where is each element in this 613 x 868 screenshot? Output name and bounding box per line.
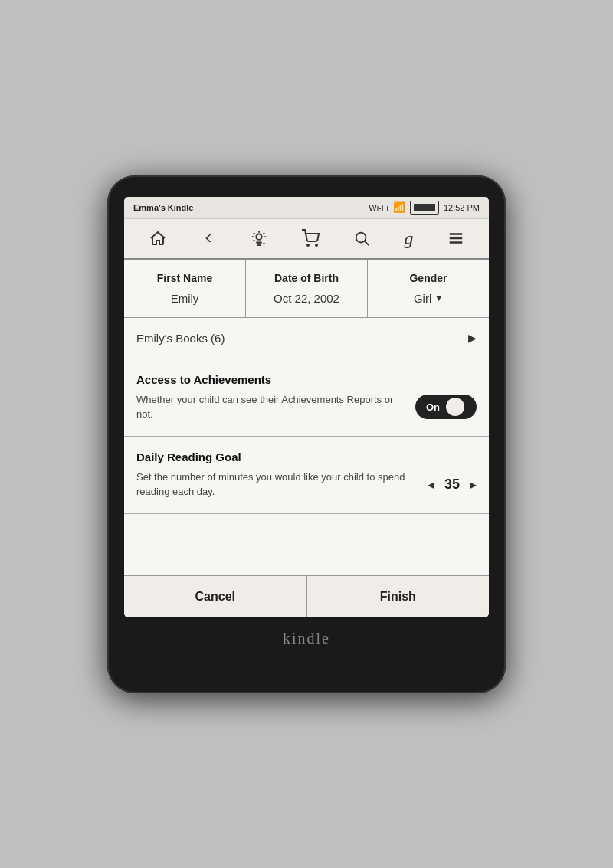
back-icon[interactable]	[201, 229, 216, 247]
cart-icon[interactable]	[301, 229, 320, 247]
reading-goal-section: Daily Reading Goal Set the number of min…	[124, 437, 489, 514]
content-spacer	[124, 514, 489, 575]
reading-goal-stepper: ◂ 35 ▸	[428, 477, 477, 493]
reading-goal-description: Set the number of minutes you would like…	[136, 470, 418, 500]
dob-label: Date of Birth	[255, 272, 358, 284]
achievements-description: Whether your child can see their Achieve…	[136, 392, 406, 422]
device-name: Emma's Kindle	[133, 203, 193, 212]
stepper-value: 35	[441, 477, 463, 493]
svg-point-2	[316, 244, 317, 246]
status-bar: Emma's Kindle Wi-Fi 📶 12:52 PM	[124, 197, 489, 219]
bottom-buttons: Cancel Finish	[124, 575, 489, 617]
achievements-toggle[interactable]: On	[415, 395, 477, 419]
svg-point-3	[356, 233, 366, 243]
status-right: Wi-Fi 📶 12:52 PM	[369, 201, 480, 215]
dropdown-arrow-icon: ▼	[434, 293, 443, 303]
wifi-icon: 📶	[393, 201, 405, 213]
stepper-decrement-button[interactable]: ◂	[428, 477, 434, 492]
reading-goal-title: Daily Reading Goal	[136, 450, 477, 463]
kindle-brand-label: kindle	[124, 630, 489, 647]
toggle-circle	[446, 398, 464, 416]
time-display: 12:52 PM	[444, 203, 480, 212]
gender-cell[interactable]: Gender Girl ▼	[368, 260, 489, 317]
stepper-increment-button[interactable]: ▸	[470, 477, 477, 492]
toggle-on-label: On	[420, 398, 446, 416]
menu-icon[interactable]	[447, 229, 464, 247]
first-name-value: Emily	[133, 292, 236, 305]
gender-label: Gender	[377, 272, 480, 284]
device-screen: Emma's Kindle Wi-Fi 📶 12:52 PM	[124, 197, 489, 617]
dob-value: Oct 22, 2002	[255, 292, 358, 305]
books-section[interactable]: Emily's Books (6) ▶	[124, 318, 489, 359]
books-arrow-icon: ▶	[468, 332, 477, 345]
light-icon[interactable]	[251, 229, 267, 247]
nav-bar: g	[124, 219, 489, 260]
first-name-label: First Name	[133, 272, 236, 284]
kindle-device: Emma's Kindle Wi-Fi 📶 12:52 PM	[107, 175, 506, 693]
home-icon[interactable]	[149, 229, 167, 247]
books-label: Emily's Books (6)	[136, 332, 225, 345]
achievements-section: Access to Achievements Whether your chil…	[124, 359, 489, 437]
svg-point-0	[256, 234, 261, 240]
profile-table: First Name Emily Date of Birth Oct 22, 2…	[124, 260, 489, 318]
goodreads-icon[interactable]: g	[405, 228, 414, 249]
content-area: First Name Emily Date of Birth Oct 22, 2…	[124, 260, 489, 617]
search-icon[interactable]	[353, 229, 370, 247]
achievements-title: Access to Achievements	[136, 373, 477, 386]
dob-cell: Date of Birth Oct 22, 2002	[246, 260, 368, 317]
battery-icon	[410, 201, 439, 215]
gender-value[interactable]: Girl ▼	[377, 292, 480, 305]
svg-point-1	[307, 244, 309, 246]
svg-line-4	[365, 241, 369, 245]
first-name-cell: First Name Emily	[124, 260, 246, 317]
cancel-button[interactable]: Cancel	[124, 576, 307, 617]
wifi-label: Wi-Fi	[369, 203, 388, 212]
finish-button[interactable]: Finish	[307, 576, 490, 617]
